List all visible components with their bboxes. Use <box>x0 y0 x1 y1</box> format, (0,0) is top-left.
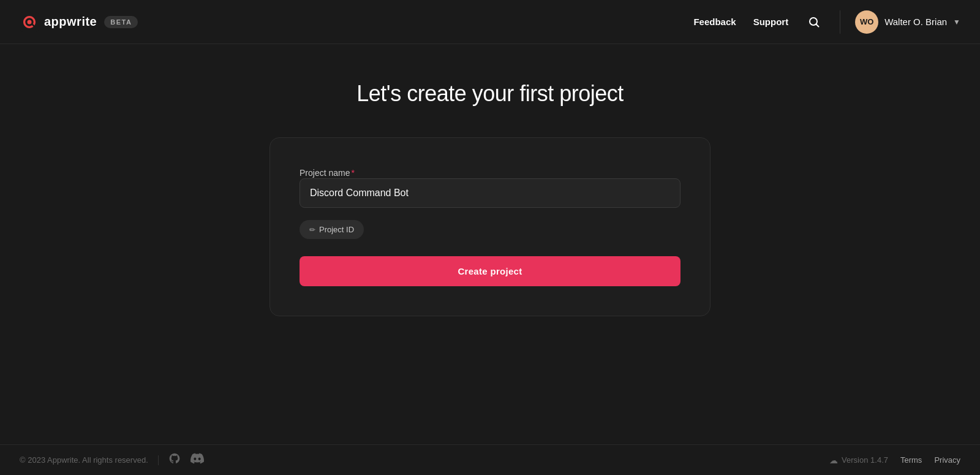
github-icon[interactable] <box>168 452 181 468</box>
create-project-card: Project name* ✏ Project ID Create projec… <box>270 137 710 316</box>
beta-badge: BETA <box>104 16 138 28</box>
logo-wrapper[interactable]: appwrite <box>20 12 97 32</box>
project-id-label: Project ID <box>319 225 354 234</box>
search-button[interactable] <box>805 13 823 31</box>
header-right: Feedback Support WO Walter O. Brian ▼ <box>693 10 960 34</box>
privacy-link[interactable]: Privacy <box>934 455 960 465</box>
create-project-button[interactable]: Create project <box>300 256 680 286</box>
version-section: ☁ Version 1.4.7 <box>829 455 888 465</box>
pencil-icon: ✏ <box>309 226 315 234</box>
project-name-label: Project name* <box>300 168 355 178</box>
logo-text: appwrite <box>44 15 97 29</box>
version-text: Version 1.4.7 <box>842 455 888 465</box>
feedback-link[interactable]: Feedback <box>693 17 736 27</box>
svg-point-1 <box>28 20 32 24</box>
chevron-down-icon: ▼ <box>953 18 960 26</box>
copyright-text: © 2023 Appwrite. All rights reserved. <box>20 455 148 465</box>
terms-link[interactable]: Terms <box>900 455 922 465</box>
discord-icon[interactable] <box>190 452 204 468</box>
cloud-icon: ☁ <box>829 455 838 465</box>
footer-right: ☁ Version 1.4.7 Terms Privacy <box>829 455 960 465</box>
header: appwrite BETA Feedback Support WO Walter… <box>0 0 980 44</box>
footer-divider <box>158 455 159 465</box>
project-name-input[interactable] <box>300 178 680 208</box>
required-indicator: * <box>351 168 354 178</box>
support-link[interactable]: Support <box>753 17 789 27</box>
page-title: Let's create your first project <box>356 81 624 107</box>
footer-left: © 2023 Appwrite. All rights reserved. <box>20 452 204 468</box>
project-id-button[interactable]: ✏ Project ID <box>300 220 364 239</box>
main-content: Let's create your first project Project … <box>0 44 980 444</box>
appwrite-logo-icon <box>20 12 39 32</box>
header-left: appwrite BETA <box>20 12 138 32</box>
user-section[interactable]: WO Walter O. Brian ▼ <box>840 10 960 34</box>
search-icon <box>808 16 820 28</box>
user-name: Walter O. Brian <box>884 17 947 27</box>
avatar: WO <box>855 10 878 34</box>
footer: © 2023 Appwrite. All rights reserved. ☁ … <box>0 444 980 475</box>
